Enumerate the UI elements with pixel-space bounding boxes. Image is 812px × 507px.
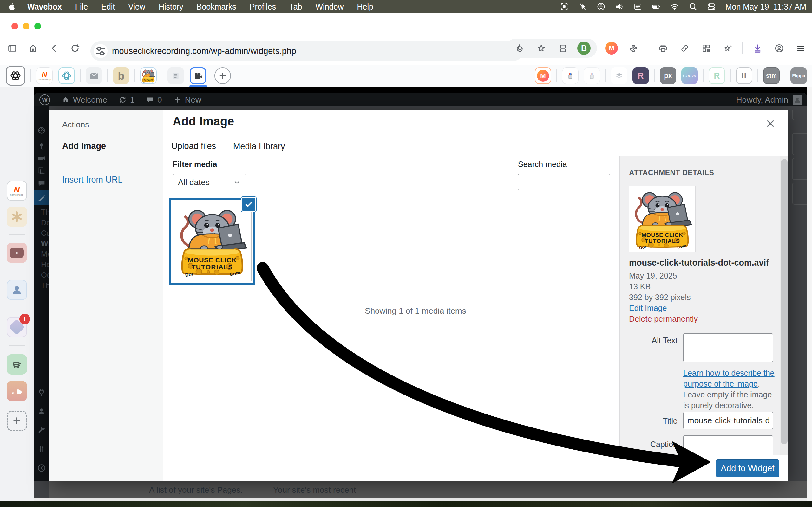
title-input[interactable] — [683, 412, 773, 429]
menu-help[interactable]: Help — [357, 2, 373, 11]
tab-media-library[interactable]: Media Library — [222, 136, 296, 156]
spotlight-search-icon[interactable] — [689, 2, 698, 11]
alt-text-input[interactable] — [683, 333, 773, 362]
browser-menu-icon[interactable] — [794, 41, 808, 55]
modal-menu-insert-url[interactable]: Insert from URL — [62, 175, 123, 185]
mic-muted-icon[interactable] — [578, 2, 587, 11]
layers-bookmark-icon[interactable] — [611, 67, 627, 84]
flippa-bookmark-icon[interactable]: Flippa — [791, 67, 807, 84]
add-to-widget-button[interactable]: Add to Widget — [716, 459, 779, 477]
pause-bookmark-icon[interactable]: II — [736, 67, 752, 84]
sidebar-add-app-button[interactable] — [7, 411, 27, 431]
alt-help-link[interactable]: Learn how to describe the purpose of the… — [683, 369, 774, 388]
back-icon[interactable] — [47, 41, 61, 55]
wp-submenu-design: De — [41, 218, 50, 227]
tab-upload-files[interactable]: Upload files — [171, 136, 216, 156]
sidebar-asterisk-icon[interactable] — [7, 207, 27, 227]
mouseflow-bookmark-icon[interactable]: M — [535, 67, 551, 84]
modal-close-icon[interactable] — [764, 117, 777, 130]
home-icon[interactable] — [26, 41, 40, 55]
menu-profiles[interactable]: Profiles — [250, 2, 276, 11]
boost-icon[interactable] — [513, 41, 526, 55]
menu-bookmarks[interactable]: Bookmarks — [197, 2, 236, 11]
menu-file[interactable]: File — [75, 2, 88, 11]
accessibility-icon[interactable] — [597, 2, 606, 11]
print-icon[interactable] — [656, 41, 670, 55]
pixlr-bookmark-icon[interactable]: px — [660, 67, 676, 84]
downloads-icon[interactable] — [751, 41, 764, 55]
add-app-button[interactable] — [214, 67, 231, 84]
account-icon[interactable] — [772, 41, 786, 55]
menu-window[interactable]: Window — [316, 2, 344, 11]
wifi-icon[interactable] — [670, 2, 679, 11]
tab-stack-icon[interactable] — [556, 41, 570, 55]
pencil-cup-2-bookmark-icon[interactable] — [583, 67, 600, 84]
window-zoom-button[interactable] — [34, 23, 41, 30]
reload-icon[interactable] — [68, 41, 82, 55]
menu-view[interactable]: View — [128, 2, 145, 11]
window-close-button[interactable] — [11, 23, 18, 30]
mouse-tutorials-bookmark-icon[interactable]: MOUSE CLICK TUTORIALS Dot Com — [140, 67, 157, 84]
sidebar-namecheap-icon[interactable]: N namecheap — [7, 181, 27, 201]
caption-label: Caption — [630, 440, 677, 449]
menu-tab[interactable]: Tab — [289, 2, 302, 11]
wp-admin-sidebar: The De Cu Wi Me He Oc Th — [34, 107, 49, 481]
apple-menu-icon[interactable] — [8, 3, 16, 10]
sidebar-youtube-icon[interactable] — [7, 243, 27, 263]
battery-icon[interactable] — [652, 2, 661, 11]
notes-bookmark-icon[interactable] — [167, 67, 184, 84]
delete-permanently-link[interactable]: Delete permanently — [629, 314, 698, 324]
menu-edit[interactable]: Edit — [101, 2, 115, 11]
video-recorder-bookmark-icon[interactable] — [190, 67, 206, 84]
copy-link-icon[interactable] — [677, 41, 692, 55]
attachment-thumbnail: MOUSE CLICK TUTORIALS Dot Com — [629, 186, 696, 252]
menu-app-name[interactable]: Wavebox — [27, 2, 62, 11]
url-text[interactable]: mouseclickrecording.com/wp-admin/widgets… — [112, 46, 296, 56]
atom-bookmark-icon[interactable] — [58, 67, 75, 84]
qr-code-icon[interactable] — [699, 41, 713, 55]
keyboard-settings-icon[interactable] — [633, 2, 642, 11]
control-center-icon[interactable] — [707, 2, 716, 11]
media-item-tile[interactable]: MOUSE CLICK TUTORIALS Dot Com — [169, 198, 255, 285]
mail-bookmark-icon[interactable] — [86, 67, 102, 84]
url-bar[interactable]: mouseclickrecording.com/wp-admin/widgets… — [90, 41, 523, 61]
modal-menu-heading: Actions — [62, 120, 89, 130]
recraft-bookmark-icon[interactable]: R — [709, 67, 725, 84]
sidebar-spotify-icon[interactable] — [7, 354, 27, 375]
caption-input[interactable] — [683, 435, 773, 455]
remove-bg-bookmark-icon[interactable]: R — [632, 67, 649, 84]
macos-menu-bar: Wavebox File Edit View History Bookmarks… — [0, 0, 812, 13]
sidebar-toggle-icon[interactable] — [5, 41, 19, 55]
chatgpt-app-icon[interactable] — [6, 66, 26, 86]
window-minimize-button[interactable] — [23, 23, 30, 30]
canva-bookmark-icon[interactable]: Canva — [681, 67, 698, 84]
site-settings-icon[interactable] — [94, 44, 107, 58]
modal-menu-add-image[interactable]: Add Image — [62, 141, 106, 151]
profile-badge[interactable]: B — [577, 42, 591, 55]
sidebar-app-alert-icon[interactable]: ! — [7, 317, 27, 337]
search-media-input[interactable] — [518, 174, 610, 190]
pencil-cup-bookmark-icon[interactable] — [562, 67, 578, 84]
brandbucket-bookmark-icon[interactable]: b — [113, 67, 130, 84]
stm-bookmark-icon[interactable]: stm — [763, 67, 780, 84]
mouseflow-extension-icon[interactable]: M — [605, 41, 618, 55]
menu-history[interactable]: History — [159, 2, 183, 11]
dimmed-widgets-column — [788, 110, 807, 481]
volume-icon[interactable] — [615, 2, 624, 11]
selected-check-icon[interactable] — [241, 197, 256, 212]
bookmark-star-icon[interactable] — [534, 41, 548, 55]
favorites-sparkle-icon[interactable] — [721, 41, 734, 55]
edit-image-link[interactable]: Edit Image — [629, 303, 667, 313]
sidebar-soundcloud-icon[interactable] — [7, 381, 27, 401]
browser-scrollbar[interactable] — [807, 87, 812, 501]
wp-adminbar-comments-count: 0 — [157, 95, 162, 105]
sidebar-contact-icon[interactable] — [7, 280, 27, 300]
screenshot-icon[interactable] — [560, 2, 569, 11]
filter-media-select[interactable]: All dates — [172, 174, 247, 190]
dimmed-widget-box — [792, 133, 807, 155]
details-scrollbar-thumb[interactable] — [781, 159, 788, 444]
menubar-clock[interactable]: Mon May 19 11:37 AM — [725, 2, 806, 11]
artwork-line1: MOUSE CLICK — [188, 257, 237, 264]
extensions-puzzle-icon[interactable] — [626, 41, 640, 55]
namecheap-bookmark-icon[interactable]: N namecheap — [36, 67, 53, 84]
